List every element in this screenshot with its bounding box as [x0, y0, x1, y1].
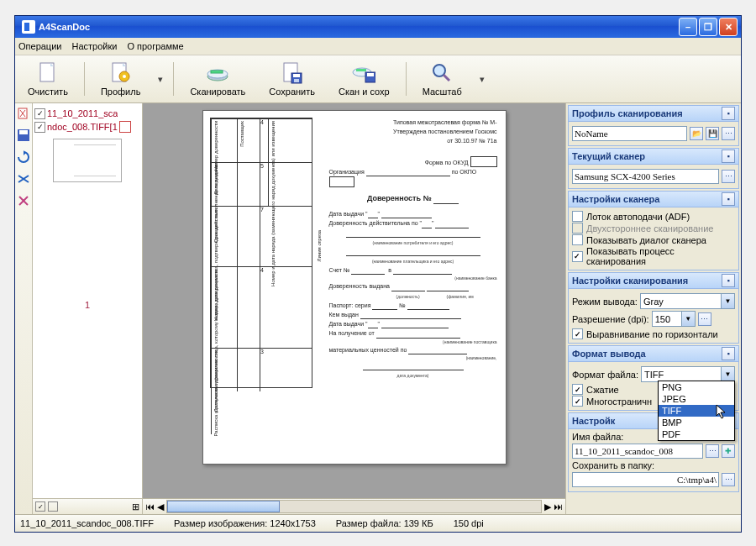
scan-button[interactable]: Сканировать	[182, 59, 253, 99]
scanned-page: Номер доверенностиПоставщик4Номер и дата…	[202, 110, 507, 465]
profile-name-input[interactable]	[572, 126, 687, 141]
page-gear-icon	[109, 61, 133, 85]
scan-save-button[interactable]: Скан и сохр	[331, 59, 397, 99]
scan-save-label: Скан и сохр	[339, 87, 390, 97]
save-button[interactable]: Сохранить	[261, 59, 323, 99]
dpi-combo[interactable]: 150▼	[652, 311, 696, 327]
compress-checkbox[interactable]: ✓	[572, 384, 583, 395]
svg-rect-10	[294, 79, 299, 82]
scanner-name-input[interactable]	[572, 169, 719, 184]
more-icon[interactable]: ⋯	[722, 170, 735, 183]
preview-scrollbar[interactable]	[166, 500, 542, 513]
properties-panel: Профиль сканирования▪ 📂 💾 ⋯ Текущий скан…	[565, 103, 741, 514]
titlebar: A4ScanDoc – ❐ ✕	[15, 16, 741, 38]
panel-title: Настройк	[572, 416, 615, 426]
menu-operations[interactable]: Операции	[18, 41, 61, 51]
nav-last-icon[interactable]: ⏭	[554, 501, 563, 512]
output-mode-combo[interactable]: Gray▼	[640, 293, 735, 309]
file-row[interactable]: ✓ 11_10_2011_sca	[34, 107, 140, 120]
collapse-icon[interactable]: ▪	[722, 192, 735, 206]
app-logo-icon	[22, 20, 35, 34]
format-option[interactable]: JPEG	[659, 393, 734, 405]
more-icon[interactable]: ⋯	[722, 473, 735, 486]
window-title: A4ScanDoc	[39, 22, 679, 32]
page-floppy-icon	[281, 61, 304, 85]
open-icon[interactable]: 📂	[690, 127, 703, 140]
minimize-button[interactable]: –	[679, 18, 697, 36]
scan-settings-panel: Настройки сканирования▪ Режим вывода: Gr…	[568, 272, 739, 344]
format-option[interactable]: PNG	[659, 381, 734, 393]
delete-icon[interactable]	[17, 107, 30, 120]
more-icon[interactable]: ⋯	[722, 127, 735, 140]
align-checkbox[interactable]: ✓	[572, 328, 583, 339]
remove-icon[interactable]	[17, 194, 30, 207]
preview-scroll[interactable]: Номер доверенностиПоставщик4Номер и дата…	[143, 103, 565, 498]
dialog-checkbox[interactable]	[572, 234, 583, 245]
scan-label: Сканировать	[190, 87, 245, 97]
collapse-icon[interactable]: ▪	[722, 274, 735, 287]
collapse-icon[interactable]: ▪	[722, 107, 735, 120]
status-bar: 11_10_2011_scandoc_008.TIFF Размер изобр…	[15, 514, 741, 532]
page-number: 1	[34, 300, 140, 310]
nav-prev-icon[interactable]: ◀	[157, 501, 164, 512]
filename-input[interactable]	[572, 444, 703, 459]
nav-next-icon[interactable]: ▶	[544, 501, 551, 512]
adf-checkbox[interactable]	[572, 211, 583, 222]
checkbox-icon[interactable]: ✓	[34, 108, 45, 119]
current-scanner-panel: Текущий сканер▪ ⋯	[568, 148, 739, 189]
clear-button[interactable]: Очистить	[20, 59, 76, 99]
more-icon[interactable]: ⋯	[706, 444, 719, 458]
preview-panel: Номер доверенностиПоставщик4Номер и дата…	[143, 103, 565, 514]
more-icon[interactable]: ⋯	[698, 312, 711, 326]
checkbox-icon[interactable]: ✓	[34, 122, 45, 133]
collapse-icon[interactable]: ▪	[722, 347, 735, 360]
folder-input[interactable]	[572, 472, 719, 487]
file-format-combo[interactable]: TIFF▼ PNG JPEG TIFF BMP PDF	[641, 366, 735, 382]
chevron-down-icon: ▼	[721, 367, 734, 381]
close-button[interactable]: ✕	[719, 18, 738, 36]
file-row[interactable]: ✓ ndoc_008.TIFF[1	[34, 120, 140, 134]
clear-label: Очистить	[28, 87, 68, 97]
select-none-checkbox[interactable]	[48, 501, 58, 512]
panel-title: Настройки сканера	[572, 194, 659, 204]
chevron-down-icon: ▼	[721, 294, 734, 308]
format-option[interactable]: TIFF	[659, 405, 734, 417]
profile-button[interactable]: Профиль	[93, 59, 149, 99]
profile-dropdown[interactable]: ▾	[156, 62, 165, 96]
menu-about[interactable]: О программе	[127, 41, 183, 51]
magnifier-icon	[430, 61, 454, 85]
zoom-label: Масштаб	[423, 87, 462, 97]
scanner-floppy-icon	[352, 61, 375, 85]
add-icon[interactable]: ✚	[722, 444, 735, 458]
multipage-checkbox[interactable]: ✓	[572, 396, 583, 407]
panel-title: Настройки сканирования	[572, 276, 688, 286]
rotate-icon[interactable]	[17, 150, 30, 164]
svg-point-3	[123, 75, 126, 78]
status-filename: 11_10_2011_scandoc_008.TIFF	[20, 518, 154, 528]
collapse-icon[interactable]: ▪	[722, 150, 735, 163]
nav-first-icon[interactable]: ⏮	[145, 501, 155, 512]
format-option[interactable]: BMP	[659, 417, 734, 428]
save-floppy-icon[interactable]: 💾	[706, 127, 719, 140]
save-disk-icon[interactable]	[17, 129, 30, 142]
status-file-size: Размер файла: 139 КБ	[336, 518, 433, 528]
crop-icon[interactable]	[17, 172, 30, 186]
process-checkbox[interactable]: ✓	[572, 251, 583, 262]
output-format-panel: Формат вывода▪ Формат файла: TIFF▼ PNG J…	[568, 345, 739, 411]
file-list-toolbar: ✓ ⊞	[33, 498, 142, 514]
page-thumbnail[interactable]	[53, 139, 122, 182]
duplex-checkbox	[572, 223, 583, 234]
zoom-dropdown[interactable]: ▾	[478, 62, 486, 96]
svg-rect-9	[293, 74, 300, 77]
left-toolbar	[15, 103, 33, 514]
maximize-button[interactable]: ❐	[699, 18, 717, 36]
format-option[interactable]: PDF	[659, 428, 734, 440]
file-list-panel: ✓ 11_10_2011_sca ✓ ndoc_008.TIFF[1 1 ✓ ⊞	[33, 103, 143, 514]
scan-profile-panel: Профиль сканирования▪ 📂 💾 ⋯	[568, 105, 739, 146]
svg-rect-12	[356, 69, 366, 71]
menu-settings[interactable]: Настройки	[71, 41, 117, 51]
panel-title: Текущий сканер	[572, 151, 645, 161]
expand-icon[interactable]: ⊞	[132, 501, 139, 512]
select-all-checkbox[interactable]: ✓	[35, 501, 45, 512]
zoom-button[interactable]: Масштаб	[415, 59, 470, 99]
